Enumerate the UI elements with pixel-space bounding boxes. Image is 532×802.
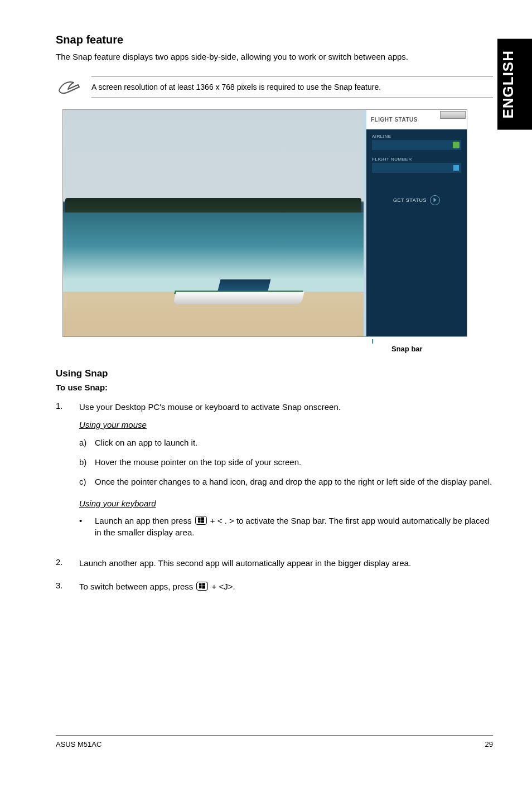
list-number: 3. (56, 581, 79, 593)
snapped-app-pane: FLIGHT STATUS AIRLINE FLIGHT NUMBER GET … (364, 110, 467, 336)
arrow-circle-icon (430, 195, 440, 205)
svg-rect-4 (199, 583, 202, 586)
step1-text: Use your Desktop PC's mouse or keyboard … (79, 401, 493, 413)
flight-number-label: FLIGHT NUMBER (372, 157, 461, 162)
using-mouse-heading: Using your mouse (79, 419, 493, 431)
svg-rect-0 (198, 518, 201, 520)
svg-rect-1 (201, 518, 204, 520)
alpha-marker: c) (79, 476, 95, 487)
snap-bar-caption: Snap bar (391, 345, 423, 353)
window-controls-icon (440, 111, 466, 119)
svg-rect-2 (198, 520, 201, 523)
snap-screenshot: FLIGHT STATUS AIRLINE FLIGHT NUMBER GET … (62, 109, 467, 337)
svg-rect-3 (201, 520, 204, 523)
wallpaper-photo (63, 110, 364, 336)
alpha-marker: a) (79, 437, 95, 448)
mouse-step-b: Hover the mouse pointer on the top side … (95, 456, 301, 468)
step2-text: Launch another app. This second app will… (79, 557, 493, 569)
footer-page-number: 29 (485, 740, 493, 748)
list-number: 1. (56, 401, 79, 546)
get-status-label: GET STATUS (393, 197, 427, 203)
mouse-step-a: Click on an app to launch it. (95, 437, 197, 448)
list-number: 2. (56, 557, 79, 569)
bullet-marker: • (79, 515, 95, 538)
alpha-marker: b) (79, 456, 95, 468)
svg-rect-6 (199, 586, 202, 588)
to-use-snap-label: To use Snap: (56, 383, 493, 392)
section-heading: Snap feature (56, 33, 493, 46)
flight-number-input (372, 163, 461, 173)
using-snap-heading: Using Snap (56, 368, 493, 379)
svg-rect-5 (202, 583, 206, 586)
airline-input (372, 140, 461, 150)
airline-label: AIRLINE (372, 134, 461, 139)
windows-key-icon (195, 516, 207, 525)
keyboard-step: Launch an app then press + < . > to acti… (95, 515, 493, 538)
note-hand-icon (56, 75, 81, 99)
svg-rect-7 (202, 586, 206, 589)
step3-text: To switch between apps, press + <J>. (79, 581, 493, 593)
snap-bar-tick-icon (372, 339, 373, 344)
note-block: A screen resolution of at least 1366 x 7… (56, 75, 493, 99)
language-tab: ENGLISH (497, 39, 532, 130)
note-text: A screen resolution of at least 1366 x 7… (91, 83, 381, 91)
mouse-step-c: Once the pointer changes to a hand icon,… (95, 476, 492, 487)
section-lead: The Snap feature displays two apps side-… (56, 51, 493, 62)
windows-key-icon (196, 582, 208, 591)
using-keyboard-heading: Using your keyboard (79, 497, 493, 510)
footer-model: ASUS M51AC (56, 740, 101, 748)
